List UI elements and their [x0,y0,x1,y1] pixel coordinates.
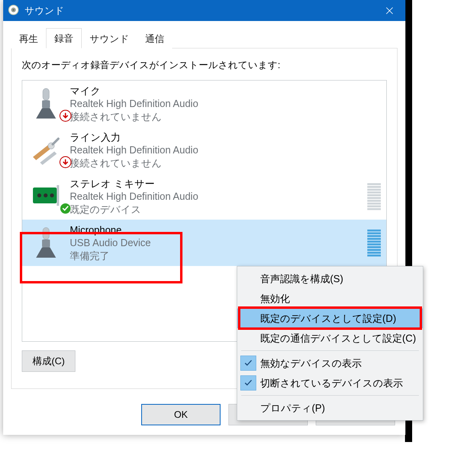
menu-separator [241,350,419,351]
device-item-mic-realtek[interactable]: マイク Realtek High Definition Audio 接続されてい… [22,80,386,127]
svg-point-9 [44,193,48,197]
context-menu: 音声認識を構成(S) 無効化 既定のデバイスとして設定(D) 既定の通信デバイス… [237,266,423,421]
close-button[interactable] [374,0,405,21]
device-item-stereomixer[interactable]: ステレオ ミキサー Realtek High Definition Audio … [22,173,386,220]
level-meter [367,183,381,210]
menu-configure-speech[interactable]: 音声認識を構成(S) [237,269,423,289]
linein-icon [22,134,70,166]
check-icon [240,375,256,390]
microphone-icon [22,88,70,120]
disconnected-badge-icon [60,156,71,168]
svg-point-10 [50,193,54,197]
disconnected-badge-icon [60,110,71,122]
panel-description: 次のオーディオ録音デバイスがインストールされています: [22,59,387,71]
device-status: 既定のデバイス [70,203,367,216]
tab-playback[interactable]: 再生 [11,29,46,48]
soundcard-icon [22,180,70,213]
svg-rect-3 [43,88,49,100]
default-check-badge-icon [60,203,71,214]
tab-recording[interactable]: 録音 [46,28,82,48]
tab-communications[interactable]: 通信 [137,29,172,48]
menu-properties[interactable]: プロパティ(P) [237,398,423,418]
menu-label: 切断されているデバイスの表示 [260,377,403,390]
menu-label: 無効なデバイスの表示 [260,357,362,370]
menu-set-default-comm[interactable]: 既定の通信デバイスとして設定(C) [237,328,423,348]
speaker-icon [8,4,19,17]
device-subtitle: USB Audio Device [70,236,367,249]
menu-show-disabled[interactable]: 無効なデバイスの表示 [237,353,423,373]
menu-set-default[interactable]: 既定のデバイスとして設定(D) [237,308,423,328]
window-title: サウンド [25,4,374,17]
device-item-microphone-usb[interactable]: Microphone USB Audio Device 準備完了 [22,220,386,266]
device-text: ライン入力 Realtek High Definition Audio 接続され… [70,131,386,170]
tab-sounds[interactable]: サウンド [82,29,137,48]
device-subtitle: Realtek High Definition Audio [70,97,386,110]
device-status: 接続されていません [70,157,386,170]
tab-strip: 再生 録音 サウンド 通信 [11,29,397,48]
device-name: マイク [70,84,386,98]
svg-rect-4 [42,100,50,108]
device-name: ライン入力 [70,131,386,144]
svg-point-2 [13,9,15,11]
menu-separator [241,395,419,396]
svg-point-8 [37,193,41,197]
device-name: Microphone [70,224,367,237]
svg-rect-12 [42,239,50,247]
device-text: ステレオ ミキサー Realtek High Definition Audio … [70,177,367,216]
svg-rect-7 [57,185,59,206]
device-item-linein-realtek[interactable]: ライン入力 Realtek High Definition Audio 接続され… [22,127,386,173]
ok-button[interactable]: OK [141,404,221,425]
device-text: Microphone USB Audio Device 準備完了 [70,224,367,262]
configure-button[interactable]: 構成(C) [22,350,75,372]
device-status: 準備完了 [70,249,367,262]
menu-show-disconnected[interactable]: 切断されているデバイスの表示 [237,373,423,393]
device-subtitle: Realtek High Definition Audio [70,190,367,203]
device-name: ステレオ ミキサー [70,177,367,190]
menu-disable[interactable]: 無効化 [237,289,423,308]
check-icon [240,356,256,371]
device-text: マイク Realtek High Definition Audio 接続されてい… [70,84,386,123]
svg-rect-11 [43,228,49,239]
microphone-icon [22,227,70,259]
titlebar: サウンド [3,0,405,21]
device-status: 接続されていません [70,110,386,123]
device-subtitle: Realtek High Definition Audio [70,144,386,157]
level-meter [367,230,381,256]
